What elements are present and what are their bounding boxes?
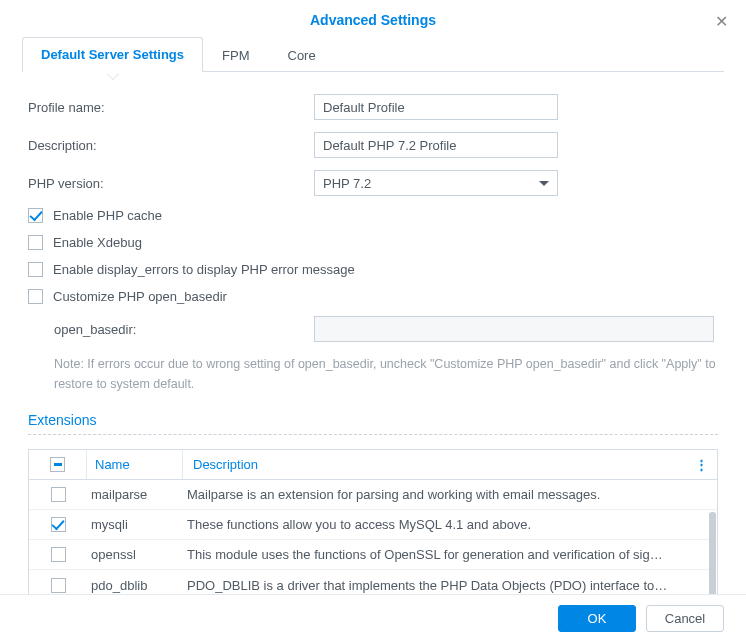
enable-php-cache-checkbox[interactable] [28, 208, 43, 223]
customize-open-basedir-label: Customize PHP open_basedir [53, 289, 227, 304]
extensions-table: Name Description ⋮ mailparse Mailparse i… [28, 449, 718, 601]
tab-default-server-settings[interactable]: Default Server Settings [22, 37, 203, 72]
dialog-footer: OK Cancel [0, 594, 746, 642]
extension-desc: Mailparse is an extension for parsing an… [183, 487, 717, 502]
extension-name: mysqli [87, 517, 183, 532]
open-basedir-input [314, 316, 714, 342]
extension-checkbox[interactable] [51, 547, 66, 562]
tabs: Default Server Settings FPM Core [22, 36, 724, 72]
column-header-description[interactable]: Description [183, 457, 717, 472]
extension-name: openssl [87, 547, 183, 562]
extension-desc: PDO_DBLIB is a driver that implements th… [183, 578, 717, 593]
extension-name: mailparse [87, 487, 183, 502]
extension-name: pdo_dblib [87, 578, 183, 593]
extension-checkbox[interactable] [51, 578, 66, 593]
description-label: Description: [28, 138, 314, 153]
extension-checkbox[interactable] [51, 487, 66, 502]
chevron-down-icon [539, 181, 549, 186]
php-version-label: PHP version: [28, 176, 314, 191]
table-row: mysqli These functions allow you to acce… [29, 510, 717, 540]
section-divider [28, 434, 718, 435]
enable-xdebug-label: Enable Xdebug [53, 235, 142, 250]
dialog-title: Advanced Settings [310, 12, 436, 28]
tab-core[interactable]: Core [269, 38, 335, 72]
extensions-header: Name Description ⋮ [29, 450, 717, 480]
profile-name-label: Profile name: [28, 100, 314, 115]
enable-php-cache-label: Enable PHP cache [53, 208, 162, 223]
table-row: openssl This module uses the functions o… [29, 540, 717, 570]
column-header-name[interactable]: Name [87, 450, 183, 479]
customize-open-basedir-checkbox[interactable] [28, 289, 43, 304]
cancel-button[interactable]: Cancel [646, 605, 724, 632]
php-version-value: PHP 7.2 [323, 176, 371, 191]
ok-button[interactable]: OK [558, 605, 636, 632]
extensions-title: Extensions [28, 412, 718, 434]
close-icon[interactable]: ✕ [715, 12, 728, 31]
scrollbar-thumb[interactable] [709, 512, 716, 600]
dialog-header: Advanced Settings ✕ [0, 0, 746, 36]
enable-xdebug-checkbox[interactable] [28, 235, 43, 250]
note-prefix: Note: [54, 357, 84, 371]
open-basedir-label: open_basedir: [28, 322, 314, 337]
extension-checkbox[interactable] [51, 517, 66, 532]
note-body: If errors occur due to wrong setting of … [54, 357, 716, 391]
profile-name-input[interactable] [314, 94, 558, 120]
table-row: mailparse Mailparse is an extension for … [29, 480, 717, 510]
enable-display-errors-label: Enable display_errors to display PHP err… [53, 262, 355, 277]
open-basedir-note: Note: If errors occur due to wrong setti… [28, 354, 718, 394]
extension-desc: These functions allow you to access MySQ… [183, 517, 717, 532]
enable-display-errors-checkbox[interactable] [28, 262, 43, 277]
description-input[interactable] [314, 132, 558, 158]
extension-desc: This module uses the functions of OpenSS… [183, 547, 717, 562]
php-version-select[interactable]: PHP 7.2 [314, 170, 558, 196]
tab-fpm[interactable]: FPM [203, 38, 268, 72]
tab-content: Profile name: Description: PHP version: … [0, 72, 746, 605]
extensions-select-all-checkbox[interactable] [50, 457, 65, 472]
table-menu-icon[interactable]: ⋮ [695, 457, 709, 472]
